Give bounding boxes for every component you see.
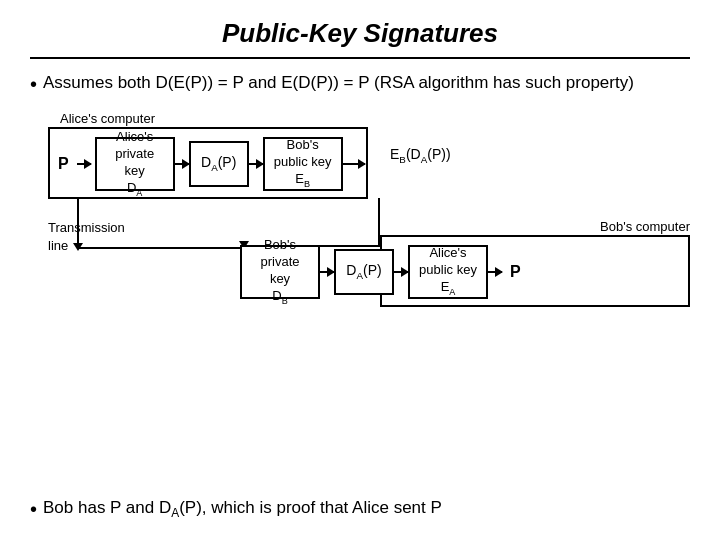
bobs-priv-line2: private key xyxy=(250,254,310,288)
bullet2-before: Bob has P and D xyxy=(43,498,171,517)
bobs-public-key-box: Bob's public key EB xyxy=(263,137,343,191)
bobs-priv-line1: Bob's xyxy=(264,237,296,254)
eb-da-result-label: EB(DA(P)) xyxy=(390,146,451,165)
bob-row: Bob's private key DB DA(P) Alice's publi… xyxy=(240,245,521,299)
transmission-line1: Transmission xyxy=(48,220,125,235)
bullet-text-1: Assumes both D(E(P)) = P and E(D(P)) = P… xyxy=(43,71,634,95)
p-input-label: P xyxy=(58,155,69,173)
alice-private-line2: private key xyxy=(105,146,165,180)
transmission-line-label: Transmission line xyxy=(48,219,125,255)
bullet-2: • Bob has P and DA(P), which is proof th… xyxy=(30,496,690,522)
da-p-box: DA(P) xyxy=(189,141,249,187)
arrow-bobs-priv-to-da2 xyxy=(320,271,334,273)
h-line-trans xyxy=(77,247,243,249)
arrow-down-left-line xyxy=(73,243,83,251)
bobs-public-line1: Bob's xyxy=(287,137,319,154)
transmission-line2: line xyxy=(48,238,68,253)
da-p2-box: DA(P) xyxy=(334,249,394,295)
bullet-1: • Assumes both D(E(P)) = P and E(D(P)) =… xyxy=(30,71,690,97)
bobs-priv-line3: DB xyxy=(272,288,287,307)
arrow-da2-to-alices-pub xyxy=(394,271,408,273)
arrow-bobs-to-eb xyxy=(343,163,365,165)
alice-private-key-box: Alice's private key DA xyxy=(95,137,175,191)
bullet-dot-2: • xyxy=(30,496,37,522)
alice-private-line1: Alice's xyxy=(116,129,153,146)
alice-pub-line2: public key xyxy=(419,262,477,279)
bullet2-sub-a: A xyxy=(171,506,179,520)
p-output-label: P xyxy=(510,263,521,281)
title-divider xyxy=(30,57,690,59)
alice-pub-line3: EA xyxy=(441,279,456,298)
bullet2-after: (P), which is proof that Alice sent P xyxy=(179,498,442,517)
diagram: Alice's computer P Alice's private key D… xyxy=(30,111,690,488)
arrow-alice-pub-to-p xyxy=(488,271,502,273)
arrow-private-to-da xyxy=(175,163,189,165)
bob-computer-label: Bob's computer xyxy=(600,219,690,234)
bullet-dot-1: • xyxy=(30,71,37,97)
bobs-public-line3: EB xyxy=(295,171,310,190)
da-p-text: DA(P) xyxy=(201,153,236,175)
alice-row: P Alice's private key DA DA(P) Bob's pub… xyxy=(58,137,365,191)
v-line-right xyxy=(378,198,380,246)
arrow-p-to-private xyxy=(77,163,91,165)
alice-computer-label: Alice's computer xyxy=(60,111,155,126)
bobs-public-line2: public key xyxy=(274,154,332,171)
v-line-left xyxy=(77,198,79,248)
bobs-private-key-box: Bob's private key DB xyxy=(240,245,320,299)
bullet-text-2: Bob has P and DA(P), which is proof that… xyxy=(43,496,442,522)
alice-private-line3: DA xyxy=(127,180,142,199)
page-title: Public-Key Signatures xyxy=(30,18,690,49)
arrow-da-to-bobs xyxy=(249,163,263,165)
da-p2-text: DA(P) xyxy=(346,261,381,283)
alice-public-key-box: Alice's public key EA xyxy=(408,245,488,299)
alice-pub-line1: Alice's xyxy=(429,245,466,262)
